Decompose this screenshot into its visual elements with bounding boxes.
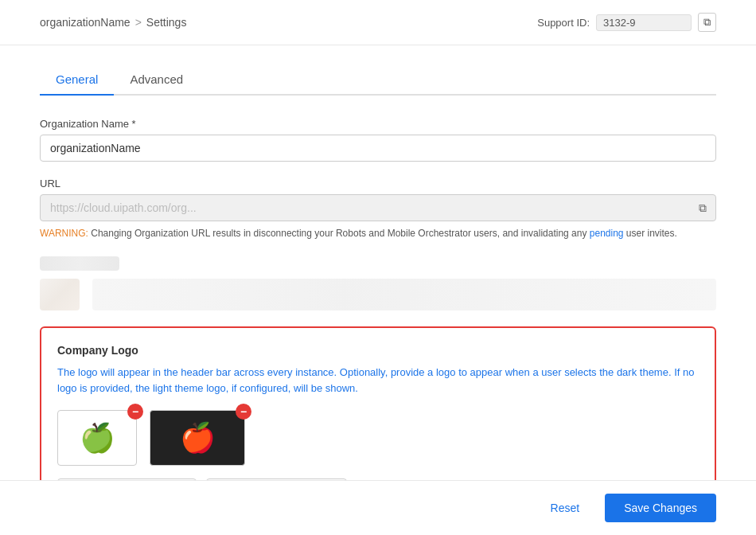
warning-prefix: WARNING: <box>40 228 88 239</box>
dark-logo-emoji: 🍎 <box>180 421 216 455</box>
org-name-breadcrumb: organizationName <box>40 16 131 29</box>
copy-url-button[interactable]: ⧉ <box>696 198 710 218</box>
save-changes-button[interactable]: Save Changes <box>605 494 716 522</box>
tab-advanced[interactable]: Advanced <box>114 64 199 96</box>
blurred-small-1 <box>40 279 80 310</box>
top-bar: organizationName > Settings Support ID: … <box>0 0 756 45</box>
breadcrumb-separator: > <box>135 16 142 29</box>
dark-logo-wrapper: 🍎 − <box>150 410 245 466</box>
dark-logo-preview: 🍎 <box>150 410 245 466</box>
breadcrumb: organizationName > Settings <box>40 16 186 29</box>
breadcrumb-current: Settings <box>146 16 187 29</box>
support-id-label: Support ID: <box>537 17 590 29</box>
warning-pending: pending <box>590 228 624 239</box>
org-name-group: Organization Name * <box>40 118 716 162</box>
copy-support-id-button[interactable]: ⧉ <box>698 13 716 32</box>
support-id-section: Support ID: 3132-9 ⧉ <box>537 13 716 32</box>
light-logo-wrapper: 🍏 − <box>57 410 137 466</box>
blurred-section <box>40 256 716 310</box>
company-logo-title: Company Logo <box>57 344 699 357</box>
warning-suffix: user invites. <box>624 228 677 239</box>
tab-general[interactable]: General <box>40 64 114 96</box>
url-warning: WARNING: Changing Organization URL resul… <box>40 226 716 240</box>
org-name-label: Organization Name * <box>40 118 716 130</box>
support-id-value: 3132-9 <box>596 14 692 31</box>
bottom-bar: Reset Save Changes <box>0 480 756 535</box>
blurred-row-2 <box>92 279 716 310</box>
light-logo-emoji: 🍏 <box>80 421 115 455</box>
warning-body: Changing Organization URL results in dis… <box>91 228 590 239</box>
blurred-row-1 <box>40 256 119 271</box>
url-input-wrapper: ⧉ <box>40 194 716 221</box>
url-label: URL <box>40 178 716 189</box>
logo-previews: 🍏 − 🍎 − <box>57 410 699 466</box>
url-group: URL ⧉ WARNING: Changing Organization URL… <box>40 178 716 240</box>
company-logo-description: The logo will appear in the header bar a… <box>57 365 699 396</box>
reset-button[interactable]: Reset <box>538 495 593 521</box>
url-input[interactable] <box>40 194 716 221</box>
remove-light-logo-badge[interactable]: − <box>127 404 143 420</box>
org-name-input[interactable] <box>40 135 716 162</box>
light-logo-preview: 🍏 <box>57 410 137 466</box>
remove-dark-logo-badge[interactable]: − <box>236 404 251 420</box>
tabs-container: General Advanced <box>40 64 716 96</box>
